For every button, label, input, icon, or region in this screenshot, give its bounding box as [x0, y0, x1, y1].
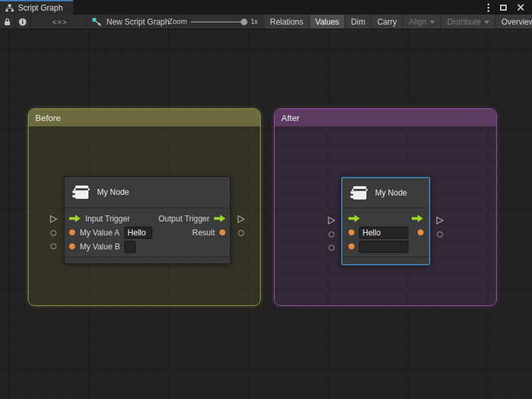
- external-flow-input-port[interactable]: [328, 216, 335, 225]
- value-b-row: My Value B: [65, 239, 230, 253]
- dim-label: Dim: [351, 17, 365, 27]
- group-before-header[interactable]: Before: [29, 109, 260, 126]
- value-a-input[interactable]: [124, 227, 152, 239]
- chevron-down-icon: [484, 21, 489, 24]
- node-after-header[interactable]: My Node: [342, 178, 429, 208]
- distribute-label: Distribute: [447, 17, 481, 27]
- result-label: Result: [192, 228, 215, 237]
- value-b-input[interactable]: [124, 241, 136, 253]
- align-dropdown[interactable]: Align: [404, 15, 441, 29]
- group-after-title: After: [281, 113, 299, 123]
- distribute-dropdown[interactable]: Distribute: [442, 15, 495, 29]
- value-output-port-icon[interactable]: [418, 229, 424, 235]
- align-label: Align: [409, 17, 427, 27]
- node-after[interactable]: My Node: [341, 177, 430, 265]
- toolbar-separator: [30, 15, 31, 29]
- window-controls: [487, 0, 532, 15]
- value-a-input[interactable]: [359, 227, 408, 239]
- graph-canvas[interactable]: Before After My Node: [0, 29, 532, 399]
- value-a-label: My Value A: [80, 228, 120, 237]
- relations-label: Relations: [270, 17, 303, 27]
- dim-button[interactable]: Dim: [346, 15, 370, 29]
- external-flow-output-port[interactable]: [436, 216, 444, 225]
- script-graph-window: Script Graph <×>: [0, 0, 532, 399]
- value-a-row: My Value A Result: [65, 225, 230, 239]
- external-value-output-port[interactable]: [238, 230, 244, 236]
- value-input-port-icon[interactable]: [348, 229, 354, 235]
- flow-output-port-icon[interactable]: [214, 215, 225, 222]
- unit-icon: [72, 184, 90, 200]
- toolbar-separator: [86, 15, 86, 29]
- overview-button[interactable]: Overview: [496, 15, 532, 29]
- info-icon: [19, 18, 27, 26]
- node-footer: [65, 257, 230, 263]
- external-flow-input-port[interactable]: [50, 215, 57, 223]
- input-trigger-label: Input Trigger: [85, 214, 130, 223]
- trigger-row: Input Trigger Output Trigger: [65, 211, 230, 225]
- group-before-title: Before: [35, 113, 61, 123]
- node-before-ports: Input Trigger Output Trigger My Value A …: [65, 208, 230, 257]
- carry-button[interactable]: Carry: [372, 15, 402, 29]
- value-b-row: [342, 239, 429, 253]
- lock-icon: [4, 18, 11, 26]
- inspect-button[interactable]: [15, 15, 30, 29]
- node-title: My Node: [375, 188, 407, 198]
- external-value-input-port[interactable]: [51, 243, 57, 249]
- kebab-menu-icon[interactable]: [487, 7, 489, 9]
- value-input-port-icon[interactable]: [69, 229, 75, 235]
- code-icon: <×>: [53, 18, 67, 26]
- chevron-down-icon: [430, 21, 435, 24]
- node-footer: [342, 257, 429, 263]
- output-trigger-label: Output Trigger: [158, 214, 209, 223]
- overview-label: Overview: [501, 17, 532, 27]
- flow-input-port-icon[interactable]: [69, 215, 80, 222]
- toolbar-buttons: Relations Values Dim Carry Align Distrib…: [263, 15, 532, 29]
- tab-title: Script Graph: [18, 3, 63, 13]
- external-flow-output-port[interactable]: [237, 215, 245, 223]
- close-icon[interactable]: [517, 4, 524, 11]
- node-before-header[interactable]: My Node: [65, 177, 230, 208]
- trigger-row: [342, 211, 429, 225]
- value-input-port-icon[interactable]: [348, 243, 354, 249]
- external-value-input-port[interactable]: [51, 230, 57, 236]
- node-before[interactable]: My Node Input Trigger Output Trigger My …: [64, 176, 231, 264]
- unit-icon: [350, 185, 368, 201]
- graph-name-label: New Script Graph: [106, 17, 170, 27]
- relations-button[interactable]: Relations: [265, 15, 309, 29]
- value-a-row: [342, 225, 429, 239]
- node-title: My Node: [97, 188, 129, 197]
- values-label: Values: [315, 17, 339, 27]
- tab-bar: Script Graph: [0, 0, 532, 15]
- external-value-output-port[interactable]: [437, 231, 443, 237]
- graph-hierarchy-icon: [5, 4, 14, 12]
- zoom-label: Zoom: [168, 17, 187, 25]
- graph-toolbar: <×> New Script Graph Zoom 1x Relations V…: [0, 15, 532, 29]
- external-value-input-port[interactable]: [329, 245, 334, 251]
- edit-source-button[interactable]: <×>: [43, 15, 77, 29]
- value-input-port-icon[interactable]: [69, 243, 75, 249]
- zoom-value: 1x: [251, 18, 258, 25]
- value-b-label: My Value B: [80, 242, 120, 251]
- lock-button[interactable]: [0, 15, 15, 29]
- external-value-input-port[interactable]: [329, 231, 334, 237]
- value-b-input[interactable]: [359, 241, 408, 253]
- carry-label: Carry: [377, 17, 396, 27]
- group-after-header[interactable]: After: [275, 109, 496, 126]
- maximize-icon[interactable]: [500, 5, 507, 11]
- zoom-slider[interactable]: [191, 21, 245, 23]
- value-output-port-icon[interactable]: [219, 229, 225, 235]
- flow-input-port-icon[interactable]: [348, 215, 360, 222]
- tab-script-graph[interactable]: Script Graph: [0, 0, 73, 15]
- script-graph-asset-icon: [92, 18, 102, 27]
- values-button[interactable]: Values: [310, 15, 344, 29]
- zoom-slider-handle[interactable]: [241, 19, 247, 25]
- node-after-ports: [342, 208, 429, 257]
- flow-output-port-icon[interactable]: [412, 215, 423, 222]
- graph-breadcrumb[interactable]: New Script Graph: [88, 15, 170, 29]
